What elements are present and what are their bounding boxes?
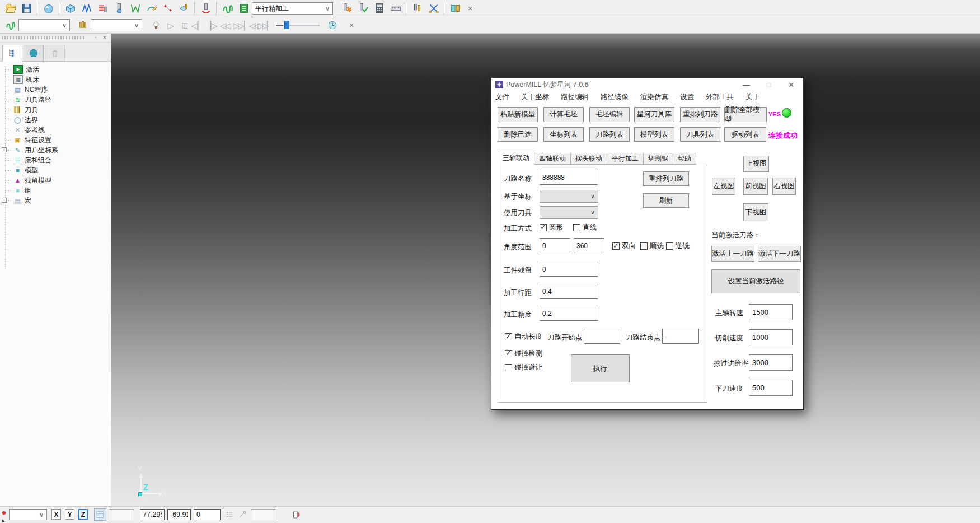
go-start-icon[interactable] bbox=[245, 17, 258, 33]
tree-item-feature-sets[interactable]: 特征设置 bbox=[0, 135, 111, 145]
minimize-button[interactable]: — bbox=[738, 78, 755, 91]
tool-combobox[interactable]: ∨ bbox=[540, 206, 598, 219]
scissors-icon[interactable] bbox=[425, 1, 442, 16]
maximize-button[interactable]: □ bbox=[760, 78, 777, 91]
measure-field[interactable] bbox=[251, 509, 276, 520]
tree-item-activate[interactable]: 激活 bbox=[0, 64, 111, 74]
tolerance-input[interactable] bbox=[540, 306, 598, 321]
clock-icon[interactable] bbox=[324, 17, 340, 33]
tool-pair-icon[interactable] bbox=[409, 1, 425, 16]
save-icon[interactable] bbox=[18, 1, 35, 16]
slider-handle[interactable] bbox=[284, 21, 289, 29]
tree-item-nc-programs[interactable]: NC程序 bbox=[0, 85, 111, 95]
y-axis-button[interactable]: Y bbox=[65, 509, 74, 520]
play-icon[interactable] bbox=[164, 17, 177, 33]
menu-render-sim[interactable]: 渲染仿真 bbox=[639, 92, 669, 102]
model-list-button[interactable]: 模型列表 bbox=[634, 127, 674, 142]
feature-lines-icon[interactable] bbox=[95, 1, 111, 16]
collision-check-icon[interactable] bbox=[198, 1, 214, 16]
coord-combobox[interactable]: ∨ bbox=[540, 190, 598, 203]
paste-model-button[interactable]: 粘贴新模型 bbox=[498, 107, 538, 122]
toolbar-close-icon[interactable] bbox=[345, 17, 358, 33]
menu-external-tools[interactable]: 外部工具 bbox=[705, 92, 735, 102]
speed-slider[interactable] bbox=[276, 20, 320, 30]
sim-tool-dropdown[interactable]: ∨ bbox=[91, 19, 142, 31]
panel-grip[interactable]: ▫ × bbox=[0, 34, 111, 43]
fast-forward-icon[interactable] bbox=[231, 17, 245, 33]
tab-3axis[interactable]: 三轴联动 bbox=[498, 152, 534, 165]
cursor-y-field[interactable] bbox=[167, 509, 191, 520]
boundary-icon[interactable] bbox=[127, 1, 143, 16]
tab-tilt-head[interactable]: 摆头联动 bbox=[570, 153, 607, 165]
tree-item-workplanes[interactable]: +用户坐标系 bbox=[0, 145, 111, 155]
coord-list-button[interactable]: 坐标列表 bbox=[543, 127, 584, 142]
tab-help[interactable]: 帮助 bbox=[673, 153, 696, 165]
plunge-input[interactable] bbox=[749, 380, 793, 396]
view-bottom-button[interactable]: 下视图 bbox=[743, 203, 768, 221]
tab-explorer-tree[interactable] bbox=[2, 45, 22, 62]
ruler-icon[interactable] bbox=[387, 1, 404, 16]
drive-list-button[interactable]: 驱动列表 bbox=[724, 127, 766, 142]
tool-ball-icon[interactable] bbox=[111, 1, 127, 16]
tree-item-groups[interactable]: 组 bbox=[0, 185, 111, 195]
toolpath-strategy-icon[interactable] bbox=[78, 1, 95, 16]
expand-icon[interactable]: + bbox=[2, 147, 7, 152]
skim-input[interactable] bbox=[749, 354, 793, 371]
tree-item-patterns[interactable]: 参考线 bbox=[0, 125, 111, 135]
statusbar-dropdown[interactable]: ∨ bbox=[9, 509, 47, 520]
menu-file[interactable]: 文件 bbox=[494, 92, 510, 102]
spindle-input[interactable] bbox=[749, 304, 793, 320]
open-file-icon[interactable] bbox=[2, 1, 18, 16]
points-icon[interactable] bbox=[160, 1, 176, 16]
checkbox-icon[interactable] bbox=[573, 224, 580, 231]
sim-toolpath-dropdown[interactable]: ∨ bbox=[18, 19, 70, 31]
rearrange-toolpaths-button[interactable]: 重排列刀路 bbox=[680, 107, 720, 122]
undock-panel-icon[interactable]: ▫ bbox=[92, 34, 100, 41]
refresh-button[interactable]: 刷新 bbox=[643, 193, 689, 208]
toolpath-name-input[interactable] bbox=[540, 170, 598, 185]
block-icon[interactable] bbox=[62, 1, 78, 16]
tree-item-tools[interactable]: 刀具 bbox=[0, 105, 111, 115]
calc-stock-button[interactable]: 计算毛坯 bbox=[543, 107, 584, 122]
view-front-button[interactable]: 前视图 bbox=[743, 178, 768, 195]
cursor-z-field[interactable] bbox=[194, 509, 221, 520]
stepover-input[interactable] bbox=[540, 284, 598, 299]
menu-settings[interactable]: 设置 bbox=[679, 92, 695, 102]
tree-item-macros[interactable]: +宏 bbox=[0, 195, 111, 206]
tab-parallel[interactable]: 平行加工 bbox=[607, 153, 644, 165]
menu-coords[interactable]: 关于坐标 bbox=[520, 92, 550, 102]
cursor-x-field[interactable] bbox=[140, 509, 165, 520]
tree-item-machine[interactable]: 机床 bbox=[0, 74, 111, 85]
xyz-list-icon[interactable] bbox=[224, 508, 235, 521]
step-back-icon[interactable] bbox=[191, 17, 204, 33]
rearrange-button[interactable]: 重排列刀路 bbox=[643, 171, 689, 186]
menu-path-edit[interactable]: 路径编辑 bbox=[560, 92, 590, 102]
conventional-checkbox[interactable]: 逆铣 bbox=[666, 241, 690, 251]
view-right-button[interactable]: 右视图 bbox=[772, 178, 796, 195]
checkbox-icon[interactable] bbox=[612, 242, 620, 250]
rewind-icon[interactable] bbox=[218, 17, 231, 33]
pause-display-icon[interactable] bbox=[290, 508, 302, 521]
strategy-dropdown[interactable]: 平行精加工 ∨ bbox=[252, 2, 333, 15]
cutting-input[interactable] bbox=[749, 329, 793, 345]
delete-selected-button[interactable]: 删除已选 bbox=[498, 127, 538, 142]
compare-blocks-icon[interactable] bbox=[447, 1, 463, 16]
verify-tool-icon[interactable] bbox=[355, 1, 371, 16]
tree-item-models[interactable]: 模型 bbox=[0, 165, 111, 175]
climb-checkbox[interactable]: 顺铣 bbox=[640, 241, 664, 251]
collision-check-checkbox[interactable]: 碰撞检测 bbox=[505, 349, 542, 358]
checkbox-icon[interactable] bbox=[540, 224, 547, 231]
checkbox-icon[interactable] bbox=[505, 333, 512, 340]
checkbox-icon[interactable] bbox=[666, 242, 673, 250]
draw-color-button[interactable] bbox=[2, 511, 8, 518]
strategy-list-icon[interactable] bbox=[236, 1, 252, 16]
toolpath-list-button[interactable]: 刀路列表 bbox=[589, 127, 630, 142]
view-top-button[interactable]: 上视图 bbox=[743, 156, 769, 172]
workplane-block-icon[interactable] bbox=[176, 1, 192, 16]
angle-to-input[interactable] bbox=[574, 238, 604, 253]
stock-input[interactable] bbox=[540, 262, 598, 277]
activate-next-button[interactable]: 激活下一刀路 bbox=[758, 246, 801, 262]
tab-saw[interactable]: 切割锯 bbox=[643, 153, 673, 165]
z-axis-button[interactable]: Z bbox=[78, 509, 88, 520]
tab-recycle-bin[interactable] bbox=[45, 45, 65, 62]
